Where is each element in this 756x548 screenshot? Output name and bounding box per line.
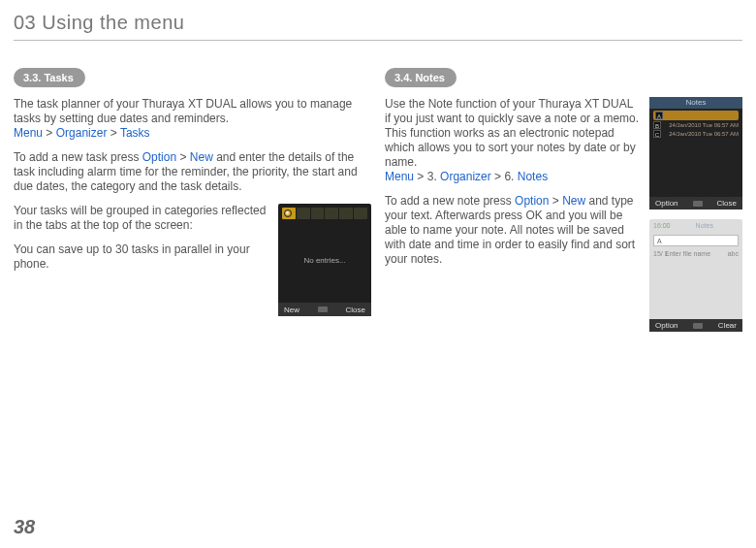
softkey-center-icon <box>318 306 328 312</box>
notes-list: A B 24/Jan/2010 Tue 06:57 AM C 24/Jan/20… <box>653 111 739 139</box>
phone-tab <box>325 208 338 219</box>
note-label: A <box>655 112 663 119</box>
notes-row: B 24/Jan/2010 Tue 06:57 AM <box>653 121 739 129</box>
softkey-center-icon <box>693 201 703 207</box>
crumb-organizer: Organizer <box>440 170 491 183</box>
tasks-intro-text: The task planner of your Thuraya XT DUAL… <box>14 97 352 125</box>
crumb-organizer: Organizer <box>56 126 108 140</box>
softkey-right: Close <box>717 199 737 208</box>
notes-breadcrumb: Menu > 3. Organizer > 6. Notes <box>385 170 548 183</box>
note-label: B <box>653 121 661 129</box>
phone-tab <box>297 208 310 219</box>
edit-title: Notes <box>696 222 713 229</box>
text: > <box>549 194 562 208</box>
crumb-notes: Notes <box>518 170 548 183</box>
edit-mode: abc <box>728 250 739 257</box>
tasks-limit-para: You can save up to 30 tasks in parallel … <box>14 242 270 272</box>
notes-body: Notes A B 24/Jan/2010 Tue 06:57 AM C 24 <box>385 97 742 267</box>
two-column-layout: 3.3. Tasks The task planner of your Thur… <box>14 68 742 332</box>
text: To add a new task press <box>14 150 142 164</box>
divider <box>14 40 742 41</box>
crumb-sep: > <box>107 126 119 140</box>
notes-screenshots: Notes A B 24/Jan/2010 Tue 06:57 AM C 24 <box>649 97 742 332</box>
crumb-tasks: Tasks <box>120 126 150 140</box>
new-link: New <box>190 150 213 164</box>
crumb-menu: Menu <box>385 170 414 183</box>
softkey-left: Option <box>655 199 678 208</box>
softkey-center-icon <box>693 323 703 329</box>
notes-titlebar: Notes <box>649 97 742 109</box>
crumb-sep: > <box>43 126 56 140</box>
column-tasks: 3.3. Tasks The task planner of your Thur… <box>14 68 371 332</box>
tasks-intro: The task planner of your Thuraya XT DUAL… <box>14 97 371 141</box>
edit-prompt: Enter file name <box>665 250 710 257</box>
edit-prompt-row: Enter file name abc <box>665 250 739 257</box>
note-label: C <box>653 130 661 138</box>
tasks-grouping-row: Your tasks will be grouped in categories… <box>14 204 371 316</box>
softkey-right: Close <box>346 306 365 314</box>
option-link: Option <box>515 194 549 208</box>
softkey-left: New <box>284 306 299 314</box>
crumb-sep: > 3. <box>414 170 440 183</box>
phone-no-entries: No entries... <box>303 256 345 265</box>
phone-softkey-bar: Option Close <box>649 197 742 210</box>
tasks-breadcrumb: Menu > Organizer > Tasks <box>14 126 150 140</box>
tasks-grouping-text: Your tasks will be grouped in categories… <box>14 204 270 281</box>
edit-topbar: 16:00 Notes <box>653 222 739 229</box>
crumb-sep: > 6. <box>491 170 518 183</box>
chapter-title: 03 Using the menu <box>14 12 742 34</box>
tasks-categories-para: Your tasks will be grouped in categories… <box>14 204 270 233</box>
phone-tabs <box>282 208 367 219</box>
note-date: 24/Jan/2010 Tue 06:57 AM <box>664 122 739 128</box>
phone-softkey-bar: Option Clear <box>649 319 742 332</box>
edit-time: 16:00 <box>653 222 671 229</box>
phone-tab-active <box>282 208 296 219</box>
phone-softkey-bar: New Close <box>278 303 371 316</box>
notes-intro-text: Use the Note function of your Thuraya XT… <box>385 97 639 169</box>
edit-field: A <box>653 235 739 246</box>
phone-tab <box>311 208 325 219</box>
column-notes: 3.4. Notes Notes A B 24/Jan/2010 Tue 06:… <box>385 68 742 332</box>
option-link: Option <box>142 150 176 164</box>
crumb-menu: Menu <box>14 126 43 140</box>
text: > <box>176 150 190 164</box>
new-link: New <box>562 194 585 208</box>
phone-tab <box>354 208 367 219</box>
softkey-left: Option <box>655 321 678 330</box>
softkey-right: Clear <box>718 321 737 330</box>
notes-list-screenshot: Notes A B 24/Jan/2010 Tue 06:57 AM C 24 <box>649 97 742 210</box>
tasks-phone-screenshot: No entries... New Close <box>278 204 371 316</box>
tasks-add-para: To add a new task press Option > New and… <box>14 150 371 194</box>
section-heading-notes: 3.4. Notes <box>385 68 457 87</box>
phone-tab <box>339 208 353 219</box>
note-date: 24/Jan/2010 Tue 06:57 AM <box>664 131 739 137</box>
notes-edit-screenshot: 16:00 Notes A 15/ 1 Enter file name abc … <box>649 219 742 332</box>
notes-row: A <box>653 111 739 120</box>
text: To add a new note press <box>385 194 515 208</box>
page-number: 38 <box>14 516 35 538</box>
notes-row: C 24/Jan/2010 Tue 06:57 AM <box>653 130 739 138</box>
section-heading-tasks: 3.3. Tasks <box>14 68 85 87</box>
